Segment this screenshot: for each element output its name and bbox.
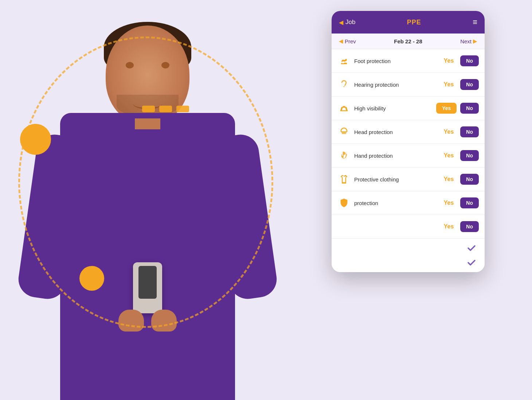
ppe-item-hand: Hand protection Yes No — [332, 144, 485, 168]
ppe-item-head: Head protection Yes No — [332, 120, 485, 144]
head-yes-text: Yes — [444, 129, 454, 135]
dash-group-decoration — [142, 106, 189, 112]
hearing-protection-label: Hearing protection — [354, 82, 440, 88]
hand-protection-icon — [337, 149, 351, 162]
back-nav[interactable]: ◀ Job — [339, 19, 355, 26]
check-item-1 — [466, 242, 477, 254]
date-nav: ◀ Prev Feb 22 - 28 Next ▶ — [332, 34, 485, 49]
protective-clothing-icon — [337, 173, 351, 186]
hand-no-button[interactable]: No — [460, 150, 479, 161]
checkmark-1-icon — [466, 242, 477, 254]
check-area — [332, 239, 485, 272]
hand-protection-label: Hand protection — [354, 153, 440, 159]
high-visibility-label: High visibility — [354, 105, 433, 111]
dash-3 — [176, 106, 189, 112]
head-protection-label: Head protection — [354, 129, 440, 135]
prev-label: Prev — [345, 38, 356, 44]
extra1-label: protection — [354, 200, 440, 206]
ppe-item-highvis: High visibility Yes No — [332, 97, 485, 120]
back-chevron-icon: ◀ — [339, 19, 343, 26]
dashed-circle-decoration — [18, 36, 273, 328]
foot-no-button[interactable]: No — [460, 55, 479, 66]
prev-button[interactable]: ◀ Prev — [339, 38, 356, 44]
ppe-list: Foot protection Yes No Hearing protectio… — [332, 49, 485, 239]
protective-clothing-label: Protective clothing — [354, 176, 440, 183]
head-protection-icon — [337, 125, 351, 138]
ppe-item-clothing: Protective clothing Yes No — [332, 168, 485, 191]
extra2-no-button[interactable]: No — [460, 221, 479, 232]
clothing-yes-text: Yes — [444, 176, 454, 183]
next-button[interactable]: Next ▶ — [460, 38, 477, 44]
orange-dot-bottom-left — [79, 266, 104, 291]
foot-protection-label: Foot protection — [354, 58, 440, 64]
extra1-icon — [337, 196, 351, 209]
menu-icon[interactable]: ≡ — [473, 17, 477, 27]
ppe-item-extra2: Yes No — [332, 215, 485, 239]
checkmark-2-icon — [466, 257, 477, 268]
phone-card: ◀ Job PPE ≡ ◀ Prev Feb 22 - 28 Next ▶ Fo… — [332, 11, 485, 272]
prev-arrow-icon: ◀ — [339, 38, 343, 44]
clothing-no-button[interactable]: No — [460, 174, 479, 185]
high-visibility-icon — [337, 102, 351, 115]
hearing-yes-text: Yes — [444, 81, 454, 88]
highvis-no-button[interactable]: No — [460, 103, 479, 114]
hearing-protection-icon — [337, 78, 351, 91]
next-arrow-icon: ▶ — [473, 38, 477, 44]
hearing-no-button[interactable]: No — [460, 79, 479, 90]
back-label: Job — [345, 19, 355, 26]
extra1-yes-text: Yes — [444, 200, 454, 206]
orange-accent-circle-hand — [20, 124, 51, 155]
dash-2 — [159, 106, 172, 112]
dash-1 — [142, 106, 155, 112]
page-title: PPE — [407, 19, 421, 26]
next-label: Next — [460, 38, 472, 44]
extra1-no-button[interactable]: No — [460, 197, 479, 208]
extra2-yes-text: Yes — [444, 223, 454, 230]
highvis-yes-button[interactable]: Yes — [436, 103, 457, 114]
date-range: Feb 22 - 28 — [394, 38, 422, 44]
foot-protection-icon — [337, 54, 351, 67]
check-item-2 — [466, 257, 477, 268]
extra2-icon — [337, 220, 351, 233]
head-no-button[interactable]: No — [460, 126, 479, 137]
phone-header: ◀ Job PPE ≡ — [332, 11, 485, 34]
hand-yes-text: Yes — [444, 152, 454, 159]
ppe-item-foot: Foot protection Yes No — [332, 49, 485, 73]
ppe-item-extra1: protection Yes No — [332, 191, 485, 215]
foot-yes-text: Yes — [444, 58, 454, 64]
ppe-item-hearing: Hearing protection Yes No — [332, 73, 485, 97]
